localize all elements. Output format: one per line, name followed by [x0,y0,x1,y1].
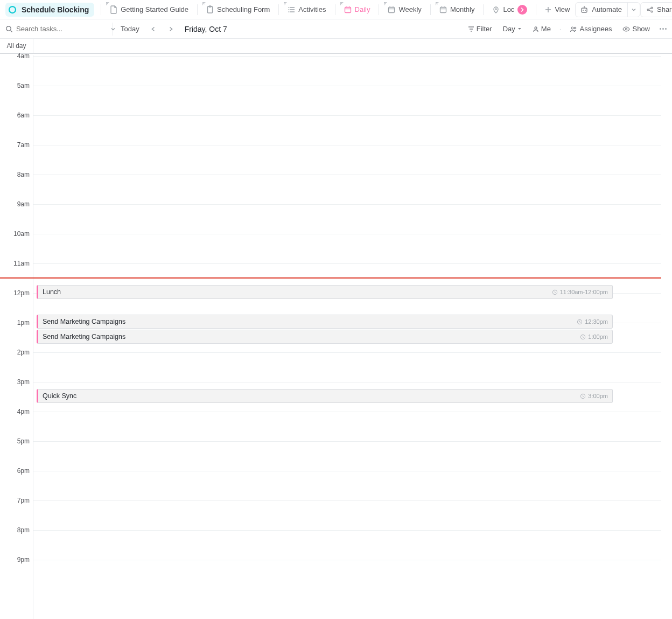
time-mark: 8am [0,171,30,178]
tab-activities[interactable]: Activities [282,0,331,19]
svg-rect-10 [582,8,587,12]
svg-point-21 [626,28,627,30]
hour-line [33,263,661,264]
hour-line [33,115,661,116]
time-mark: 4pm [0,408,30,415]
svg-point-4 [289,9,290,10]
tab-label: Daily [355,5,370,13]
time-mark: 2pm [0,349,30,356]
tab-label: Monthly [450,5,475,13]
clock-icon [577,319,583,325]
robot-icon [580,6,589,13]
time-mark: 6am [0,112,30,119]
chevron-left-icon [150,26,157,32]
calendar-event[interactable]: Send Marketing Campaigns12:30pm [37,315,613,329]
svg-point-15 [651,7,653,9]
me-label: Me [541,25,551,33]
event-title: Quick Sync [43,392,76,400]
hour-line [33,86,661,86]
today-button[interactable]: Today [117,25,143,33]
time-mark: 7am [0,141,30,149]
time-mark: 4am [0,52,30,60]
day-scope-button[interactable]: Day [500,25,525,33]
hour-line [33,560,661,560]
expand-arrow-icon [340,2,344,6]
event-time: 12:30pm [577,318,608,325]
event-time: 3:00pm [580,393,608,399]
clipboard-icon [206,5,214,14]
tab-scheduling-form[interactable]: Scheduling Form [201,0,275,19]
tab-daily[interactable]: Daily [339,0,376,19]
assignees-button[interactable]: Assignees [566,25,615,33]
svg-point-11 [583,10,584,11]
separator [278,4,279,15]
app-chip[interactable]: Schedule Blocking [5,3,94,17]
separator [536,4,536,15]
search-wrap [5,23,113,36]
caret-down-icon [517,27,522,31]
svg-point-0 [9,6,16,13]
time-column: 4am5am6am7am8am9am10am11am12pm1pm2pm3pm4… [0,55,33,619]
separator [335,4,335,15]
filter-icon [468,26,474,32]
app-ring-icon [8,5,17,15]
svg-rect-7 [389,7,395,12]
expand-arrow-icon [435,2,439,6]
svg-point-12 [585,10,586,11]
dot-separator: · [558,25,563,33]
hour-line [33,530,661,531]
filter-button[interactable]: Filter [465,25,495,33]
hour-line [33,352,661,353]
svg-point-14 [647,9,649,10]
now-indicator [33,277,661,279]
slot-column[interactable]: Lunch11:30am-12:00pmSend Marketing Campa… [33,55,672,619]
filter-label: Filter [477,25,492,33]
calendar-event[interactable]: Quick Sync3:00pm [37,389,613,403]
event-title: Send Marketing Campaigns [43,318,125,325]
automate-button[interactable]: Automate [575,2,640,17]
expand-arrow-icon [202,2,206,6]
time-mark: 6pm [0,467,30,475]
svg-rect-8 [440,7,446,12]
hour-line [33,234,661,234]
automate-dropdown[interactable] [627,3,636,17]
calendar-icon [439,6,447,13]
prev-day-button[interactable] [147,23,160,36]
tab-monthly[interactable]: Monthly [434,0,480,19]
search-input[interactable] [16,25,107,33]
add-view-button[interactable]: View [540,2,575,17]
time-mark: 10am [0,230,30,238]
calendar-event[interactable]: Lunch11:30am-12:00pm [37,285,613,299]
allday-cell[interactable] [33,39,672,53]
svg-point-19 [571,27,573,29]
allday-row: All day [0,39,672,54]
me-button[interactable]: Me [529,25,554,33]
tab-label: Scheduling Form [217,5,270,13]
chevron-right-icon [520,8,524,12]
event-title: Send Marketing Campaigns [43,333,125,340]
svg-point-9 [495,8,497,10]
more-tabs-badge[interactable] [517,5,527,15]
svg-point-16 [651,11,653,12]
more-options-button[interactable] [657,28,667,30]
share-label: Share [657,5,672,13]
top-tabs-bar: Schedule Blocking Getting Started Guide … [0,0,672,19]
time-mark: 8pm [0,526,30,534]
time-mark: 9am [0,200,30,208]
tab-label: Loc [503,5,514,13]
chevron-down-icon [631,7,636,12]
doc-icon [110,5,117,14]
next-day-button[interactable] [164,23,177,36]
tab-label: Activities [298,5,326,13]
chevron-down-icon[interactable] [110,26,116,32]
view-label: View [555,5,570,13]
tab-weekly[interactable]: Weekly [382,0,426,19]
show-button[interactable]: Show [619,25,653,33]
share-button[interactable]: Share [640,2,672,17]
tab-getting-started[interactable]: Getting Started Guide [104,0,194,19]
tab-location[interactable]: Loc [487,0,533,19]
separator [379,4,379,15]
svg-point-5 [289,11,290,12]
people-icon [570,26,577,32]
calendar-event[interactable]: Send Marketing Campaigns1:00pm [37,330,613,344]
